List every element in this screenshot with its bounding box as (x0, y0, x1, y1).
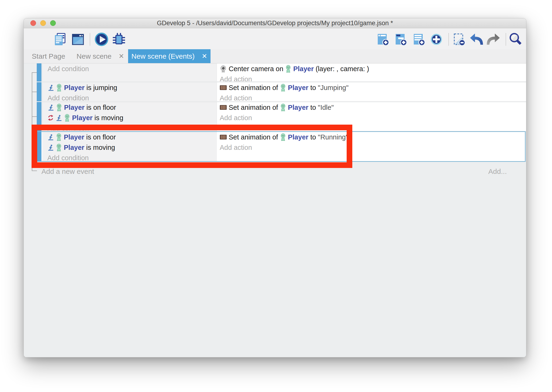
object-name: Player (288, 84, 309, 92)
object-name: Player (64, 104, 84, 112)
window-title: GDevelop 5 - /Users/david/Documents/GDev… (62, 18, 488, 28)
tab-label: Start Page (32, 52, 65, 60)
add-sub-event-button[interactable] (393, 32, 408, 47)
tree-tick (32, 171, 37, 171)
delete-event-icon (452, 32, 466, 46)
add-more-button[interactable]: Add... (488, 167, 507, 176)
player-object-icon (56, 84, 62, 91)
toolbar-separator (90, 33, 90, 46)
add-sub-event-icon (393, 32, 408, 46)
tab-start-page[interactable]: Start Page (26, 49, 71, 63)
animation-icon (220, 84, 227, 91)
play-button[interactable] (94, 32, 109, 47)
play-icon (94, 32, 109, 47)
search-button[interactable] (508, 32, 523, 47)
project-manager-button[interactable] (53, 32, 68, 47)
platformer-behavior-icon (55, 114, 62, 121)
camera-icon (220, 65, 227, 73)
tree-tick (32, 92, 37, 92)
add-condition-button[interactable]: Add condition (48, 64, 217, 73)
platformer-behavior-icon (48, 84, 54, 91)
redo-icon (486, 32, 501, 47)
event-row[interactable]: Player is jumping Add condition Set anim… (37, 82, 526, 101)
gdevelop-window: GDevelop 5 - /Users/david/Documents/GDev… (24, 18, 526, 357)
add-condition-button[interactable]: Add condition (48, 93, 217, 101)
tab-label: New scene (76, 52, 111, 60)
condition-line[interactable]: Player is jumping (48, 83, 217, 92)
player-object-icon (64, 114, 70, 122)
tab-bar: Start Page New scene ✕ New scene (Events… (24, 49, 526, 63)
add-comment-button[interactable] (411, 32, 426, 47)
condition-line[interactable]: Player is on floor (48, 103, 217, 112)
conditions-cell[interactable]: Player is jumping Add condition (42, 82, 217, 101)
player-object-icon (280, 104, 286, 111)
annotation-highlight-box (32, 125, 352, 168)
player-object-icon (56, 104, 62, 111)
close-window-button[interactable] (30, 20, 36, 26)
player-object-icon (285, 65, 291, 73)
actions-cell[interactable]: Center camera on Player (layer: , camera… (217, 63, 526, 82)
project-manager-icon (53, 32, 67, 46)
minimize-window-button[interactable] (40, 20, 46, 26)
player-object-icon (280, 84, 286, 91)
zoom-window-button[interactable] (50, 20, 56, 26)
scene-editor-button[interactable] (70, 32, 85, 47)
add-action-button[interactable]: Add action (220, 93, 526, 101)
events-sheet: Add condition Center camera on Player (l… (24, 63, 526, 357)
undo-icon (469, 32, 484, 47)
actions-cell[interactable]: Set animation of Player to "Jumping" Add… (217, 82, 526, 101)
object-name: Player (293, 65, 314, 73)
tab-close-icon[interactable]: ✕ (118, 52, 124, 60)
tab-new-scene[interactable]: New scene ✕ (73, 49, 127, 63)
add-event-icon (376, 32, 390, 46)
add-action-button[interactable]: Add action (220, 113, 526, 123)
tree-tick (32, 72, 37, 73)
condition-line[interactable]: Player is moving (48, 113, 217, 123)
object-name: Player (72, 114, 93, 122)
action-line[interactable]: Set animation of Player to "Jumping" (220, 83, 526, 92)
add-event-button[interactable] (375, 32, 390, 47)
tab-label: New scene (Events) (131, 52, 194, 60)
add-comment-icon (412, 32, 426, 46)
add-other-event-button[interactable] (429, 32, 444, 47)
add-action-button[interactable]: Add action (220, 74, 526, 82)
toolbar-separator (448, 33, 449, 46)
inverted-condition-icon (48, 115, 54, 121)
object-name: Player (64, 84, 84, 92)
object-name: Player (288, 104, 309, 112)
undo-button[interactable] (469, 32, 484, 47)
debug-icon (112, 32, 126, 46)
action-line[interactable]: Set animation of Player to "Idle" (220, 103, 526, 112)
tab-close-icon[interactable]: ✕ (202, 52, 207, 60)
string-value: "Jumping" (318, 84, 349, 92)
delete-event-button[interactable] (451, 32, 467, 47)
search-icon (508, 32, 523, 47)
event-color-bar (37, 82, 41, 101)
event-row[interactable]: Add condition Center camera on Player (l… (37, 63, 526, 82)
tree-tick (32, 116, 37, 117)
scene-editor-icon (71, 32, 85, 46)
redo-button[interactable] (486, 32, 501, 47)
add-other-event-icon (429, 32, 443, 46)
conditions-cell[interactable]: Add condition (42, 63, 217, 82)
event-color-bar (37, 63, 41, 82)
toolbar-separator (506, 33, 506, 46)
tab-new-scene-events[interactable]: New scene (Events) ✕ (128, 49, 211, 63)
platformer-behavior-icon (48, 104, 54, 111)
animation-icon (220, 104, 227, 111)
debug-button[interactable] (111, 32, 126, 47)
action-line[interactable]: Center camera on Player (layer: , camera… (220, 64, 526, 73)
add-new-event-button[interactable]: Add a new event (41, 167, 94, 176)
string-value: "Idle" (318, 104, 334, 112)
titlebar: GDevelop 5 - /Users/david/Documents/GDev… (24, 18, 526, 28)
toolbar (24, 28, 526, 49)
